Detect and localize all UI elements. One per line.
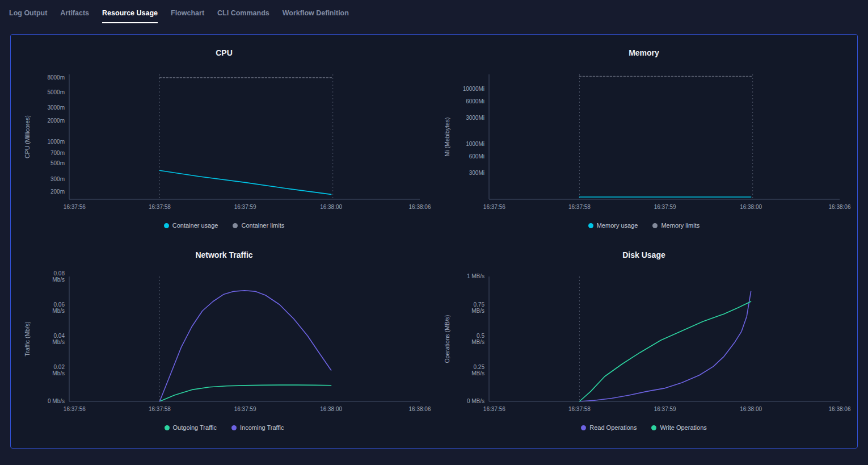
legend-item-write-operations[interactable]: Write Operations bbox=[651, 424, 706, 431]
chart-canvas: 0.08Mb/s0.06Mb/s0.04Mb/s0.02Mb/s0 Mb/s16… bbox=[15, 269, 433, 417]
y-axis-label: CPU (Millicores) bbox=[24, 115, 31, 158]
legend-label: Container limits bbox=[241, 222, 284, 229]
legend-dot bbox=[233, 223, 238, 228]
y-tick-label: 6000Mi bbox=[466, 98, 484, 104]
series-container-usage bbox=[159, 170, 331, 194]
y-tick-label: 0.5MB/s bbox=[471, 333, 484, 345]
legend-label: Memory usage bbox=[597, 222, 638, 229]
legend-label: Container usage bbox=[172, 222, 218, 229]
chart-canvas: 10000Mi6000Mi3000Mi1000Mi600Mi300Mi16:37… bbox=[435, 66, 853, 215]
y-tick-label: 700m bbox=[50, 150, 65, 156]
workflow-tab-bar: Log OutputArtifactsResource UsageFlowcha… bbox=[0, 0, 868, 27]
legend-label: Write Operations bbox=[660, 424, 706, 431]
legend-label: Memory limits bbox=[661, 222, 700, 229]
chart-legend: Container usageContainer limits bbox=[164, 222, 285, 229]
y-tick-label: 8000m bbox=[47, 74, 65, 81]
chart-canvas: 8000m5000m3000m2000m1000m700m500m300m200… bbox=[15, 66, 433, 215]
legend-item-memory-usage[interactable]: Memory usage bbox=[588, 222, 638, 229]
x-tick-label: 16:37:59 bbox=[234, 406, 256, 412]
y-tick-label: 1 MB/s bbox=[467, 273, 484, 279]
chart-legend: Memory usageMemory limits bbox=[588, 222, 700, 229]
x-tick-label: 16:38:00 bbox=[320, 204, 342, 210]
y-tick-label: 0.08Mb/s bbox=[52, 270, 65, 283]
y-tick-label: 2000m bbox=[47, 118, 65, 124]
y-tick-label: 0.06Mb/s bbox=[52, 301, 65, 314]
charts-grid: CPU8000m5000m3000m2000m1000m700m500m300m… bbox=[14, 39, 854, 443]
chart-memory: Memory10000Mi6000Mi3000Mi1000Mi600Mi300M… bbox=[434, 39, 854, 241]
series-outgoing-traffic bbox=[159, 385, 331, 401]
y-tick-label: 1000Mi bbox=[466, 141, 484, 147]
x-tick-label: 16:37:58 bbox=[568, 204, 591, 210]
chart-cpu: CPU8000m5000m3000m2000m1000m700m500m300m… bbox=[14, 39, 434, 241]
y-tick-label: 300Mi bbox=[469, 170, 484, 176]
y-tick-label: 0 Mb/s bbox=[48, 398, 65, 404]
x-tick-label: 16:37:59 bbox=[654, 204, 676, 210]
x-tick-label: 16:37:56 bbox=[483, 204, 505, 210]
series-write-operations bbox=[579, 301, 751, 401]
y-tick-label: 10000Mi bbox=[463, 86, 484, 92]
chart-title: Disk Usage bbox=[622, 250, 665, 259]
resource-usage-panel: CPU8000m5000m3000m2000m1000m700m500m300m… bbox=[10, 34, 858, 449]
y-axis-label: Operations (MB/s) bbox=[444, 315, 450, 363]
y-tick-label: 0.75MB/s bbox=[471, 301, 484, 314]
tab-workflow-definition[interactable]: Workflow Definition bbox=[283, 9, 349, 23]
x-tick-label: 16:37:58 bbox=[149, 406, 171, 412]
tab-log-output[interactable]: Log Output bbox=[9, 9, 47, 23]
y-tick-label: 0.02Mb/s bbox=[52, 364, 65, 376]
legend-item-incoming-traffic[interactable]: Incoming Traffic bbox=[231, 424, 284, 431]
x-tick-label: 16:37:58 bbox=[149, 204, 171, 210]
legend-dot bbox=[651, 425, 656, 430]
x-tick-label: 16:38:06 bbox=[829, 406, 851, 412]
y-tick-label: 5000m bbox=[47, 89, 65, 95]
y-tick-label: 0 MB/s bbox=[467, 398, 484, 404]
chart-title: Network Traffic bbox=[195, 250, 252, 259]
y-tick-label: 600Mi bbox=[469, 153, 484, 160]
chart-title: CPU bbox=[216, 48, 233, 57]
x-tick-label: 16:38:06 bbox=[409, 406, 431, 412]
y-tick-label: 500m bbox=[50, 160, 65, 166]
x-tick-label: 16:37:56 bbox=[64, 204, 86, 210]
tab-flowchart[interactable]: Flowchart bbox=[171, 9, 204, 23]
chart-legend: Outgoing TrafficIncoming Traffic bbox=[165, 424, 284, 431]
series-read-operations bbox=[579, 291, 751, 401]
legend-item-container-usage[interactable]: Container usage bbox=[164, 222, 218, 229]
legend-dot bbox=[164, 223, 169, 228]
legend-dot bbox=[581, 425, 586, 430]
x-tick-label: 16:38:00 bbox=[740, 204, 762, 210]
y-tick-label: 0.25MB/s bbox=[471, 364, 484, 376]
chart-title: Memory bbox=[629, 48, 659, 57]
chart-disk-usage: Disk Usage1 MB/s0.75MB/s0.5MB/s0.25MB/s0… bbox=[434, 241, 854, 443]
legend-label: Incoming Traffic bbox=[240, 424, 284, 431]
y-tick-label: 300m bbox=[50, 176, 65, 182]
tab-artifacts[interactable]: Artifacts bbox=[60, 9, 89, 23]
x-tick-label: 16:37:58 bbox=[568, 406, 591, 412]
legend-label: Read Operations bbox=[589, 424, 637, 431]
tab-resource-usage[interactable]: Resource Usage bbox=[102, 9, 158, 23]
legend-dot bbox=[588, 223, 593, 228]
x-tick-label: 16:37:56 bbox=[483, 406, 505, 412]
legend-dot bbox=[165, 425, 170, 430]
chart-canvas: 1 MB/s0.75MB/s0.5MB/s0.25MB/s0 MB/s16:37… bbox=[435, 269, 853, 417]
chart-network-traffic: Network Traffic0.08Mb/s0.06Mb/s0.04Mb/s0… bbox=[14, 241, 434, 443]
chart-legend: Read OperationsWrite Operations bbox=[581, 424, 707, 431]
x-tick-label: 16:38:00 bbox=[740, 406, 762, 412]
y-tick-label: 3000m bbox=[47, 104, 65, 111]
x-tick-label: 16:37:56 bbox=[64, 406, 86, 412]
x-tick-label: 16:38:00 bbox=[320, 406, 342, 412]
legend-item-outgoing-traffic[interactable]: Outgoing Traffic bbox=[165, 424, 217, 431]
y-tick-label: 200m bbox=[50, 188, 65, 195]
legend-dot bbox=[652, 223, 658, 228]
legend-label: Outgoing Traffic bbox=[173, 424, 217, 431]
legend-item-memory-limits[interactable]: Memory limits bbox=[652, 222, 700, 229]
x-tick-label: 16:37:59 bbox=[654, 406, 676, 412]
y-tick-label: 3000Mi bbox=[466, 115, 484, 121]
legend-dot bbox=[231, 425, 237, 430]
y-tick-label: 0.04Mb/s bbox=[52, 333, 65, 345]
y-axis-label: Mi (Mebibytes) bbox=[444, 118, 450, 157]
tab-cli-commands[interactable]: CLI Commands bbox=[217, 9, 269, 23]
x-tick-label: 16:38:06 bbox=[409, 204, 431, 210]
legend-item-container-limits[interactable]: Container limits bbox=[233, 222, 284, 229]
legend-item-read-operations[interactable]: Read Operations bbox=[581, 424, 637, 431]
x-tick-label: 16:37:59 bbox=[234, 204, 256, 210]
x-tick-label: 16:38:06 bbox=[829, 204, 851, 210]
